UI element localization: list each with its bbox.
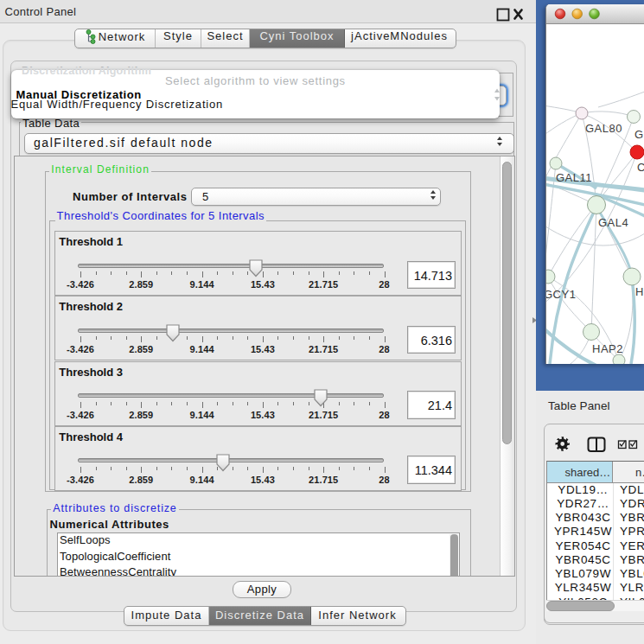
svg-text:GAL4: GAL4 (598, 216, 628, 229)
svg-text:G…: G… (634, 128, 644, 141)
svg-text:HAP2: HAP2 (592, 342, 623, 355)
svg-text:GCY1: GCY1 (546, 288, 576, 301)
svg-text:C: C (637, 161, 644, 174)
svg-text:H: H (635, 285, 644, 298)
svg-text:GAL80: GAL80 (585, 122, 622, 135)
svg-text:GAL11: GAL11 (556, 171, 592, 184)
